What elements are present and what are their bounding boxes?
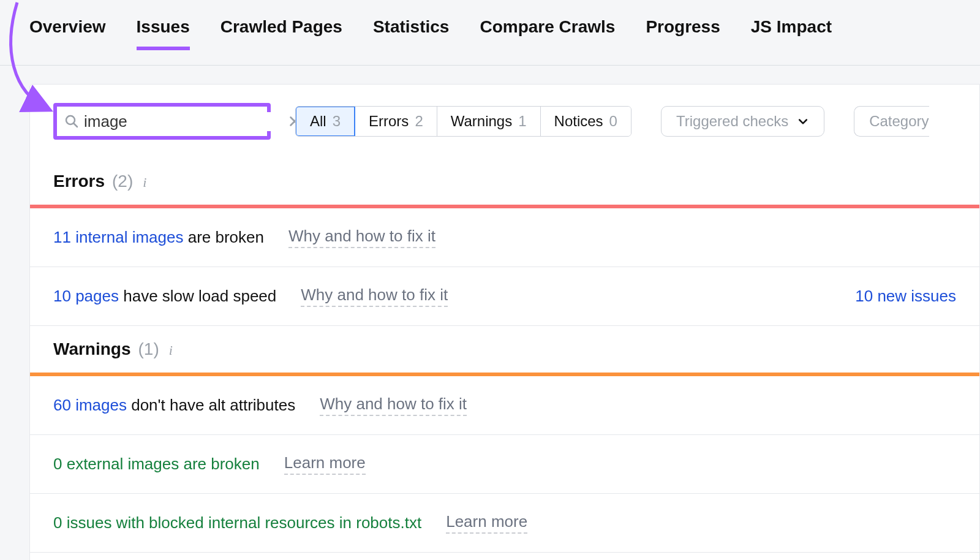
tab-progress[interactable]: Progress <box>646 17 720 50</box>
issue-link[interactable]: 10 pages <box>53 287 119 305</box>
filter-all[interactable]: All 3 <box>295 106 355 137</box>
issue-text: 0 external images are broken <box>53 455 260 474</box>
issue-row: 10 pages have slow load speed Why and ho… <box>30 267 979 326</box>
issue-row: 11 internal images are broken Why and ho… <box>30 208 979 267</box>
warnings-section-header: Warnings (1) i <box>30 326 979 373</box>
errors-section-header: Errors (2) i <box>30 158 979 205</box>
new-issues-link[interactable]: 10 new issues <box>855 287 956 306</box>
issue-text: 60 images don't have alt attributes <box>53 396 295 415</box>
svg-line-1 <box>74 123 77 127</box>
issues-panel: All 3 Errors 2 Warnings 1 Notices 0 Trig… <box>29 84 980 560</box>
category-dropdown[interactable]: Category <box>854 106 929 137</box>
issues-toolbar: All 3 Errors 2 Warnings 1 Notices 0 Trig… <box>30 103 979 158</box>
issue-link[interactable]: 60 images <box>53 396 127 414</box>
filter-notices[interactable]: Notices 0 <box>541 107 631 136</box>
tab-issues[interactable]: Issues <box>137 17 190 50</box>
errors-title: Errors <box>53 172 105 191</box>
tab-statistics[interactable]: Statistics <box>373 17 450 50</box>
info-icon[interactable]: i <box>167 342 173 358</box>
issue-description: don't have alt attributes <box>127 396 295 414</box>
issue-row: 0 external images are broken Learn more <box>30 435 979 494</box>
filter-notices-label: Notices <box>554 113 603 130</box>
issue-row: 60 images don't have alt attributes Why … <box>30 376 979 435</box>
info-icon[interactable]: i <box>140 175 146 191</box>
tab-crawled-pages[interactable]: Crawled Pages <box>221 17 342 50</box>
why-how-link[interactable]: Why and how to fix it <box>320 395 467 416</box>
filter-notices-count: 0 <box>609 113 617 130</box>
severity-filter-group: All 3 Errors 2 Warnings 1 Notices 0 <box>295 106 631 137</box>
warnings-title: Warnings <box>53 339 131 359</box>
warnings-count: (1) <box>138 339 159 359</box>
filter-warnings-count: 1 <box>518 113 526 130</box>
filter-all-label: All <box>310 113 326 130</box>
tab-compare-crawls[interactable]: Compare Crawls <box>480 17 615 50</box>
learn-more-link[interactable]: Learn more <box>446 512 527 534</box>
triggered-checks-dropdown[interactable]: Triggered checks <box>661 106 824 137</box>
filter-errors-label: Errors <box>369 113 409 130</box>
tab-js-impact[interactable]: JS Impact <box>751 17 832 50</box>
triggered-checks-label: Triggered checks <box>676 113 788 130</box>
issue-link-zero[interactable]: 0 external images are broken <box>53 455 260 473</box>
filter-errors-count: 2 <box>415 113 423 130</box>
learn-more-link[interactable]: Learn more <box>284 453 366 475</box>
issue-link[interactable]: 11 internal images <box>53 228 183 246</box>
search-icon <box>64 114 79 129</box>
filter-warnings[interactable]: Warnings 1 <box>437 107 541 136</box>
chevron-down-icon <box>797 115 809 127</box>
issue-description: are broken <box>183 228 264 246</box>
tab-overview[interactable]: Overview <box>29 17 106 50</box>
filter-warnings-label: Warnings <box>451 113 512 130</box>
filter-errors[interactable]: Errors 2 <box>355 107 437 136</box>
filter-all-count: 3 <box>333 113 341 130</box>
issue-text: 0 issues with blocked internal resources… <box>53 513 421 532</box>
search-input-wrapper <box>53 103 271 140</box>
why-how-link[interactable]: Why and how to fix it <box>301 286 448 307</box>
issue-description: have slow load speed <box>119 287 276 305</box>
search-input[interactable] <box>79 112 288 131</box>
errors-count: (2) <box>112 172 133 191</box>
issue-text: 10 pages have slow load speed <box>53 287 276 306</box>
issue-text: 11 internal images are broken <box>53 228 264 247</box>
issue-row: 0 issues with blocked internal resources… <box>30 494 979 553</box>
category-label: Category <box>869 113 929 130</box>
issue-link-zero[interactable]: 0 issues with blocked internal resources… <box>53 513 421 532</box>
why-how-link[interactable]: Why and how to fix it <box>288 227 435 248</box>
top-tab-bar: Overview Issues Crawled Pages Statistics… <box>0 0 980 66</box>
